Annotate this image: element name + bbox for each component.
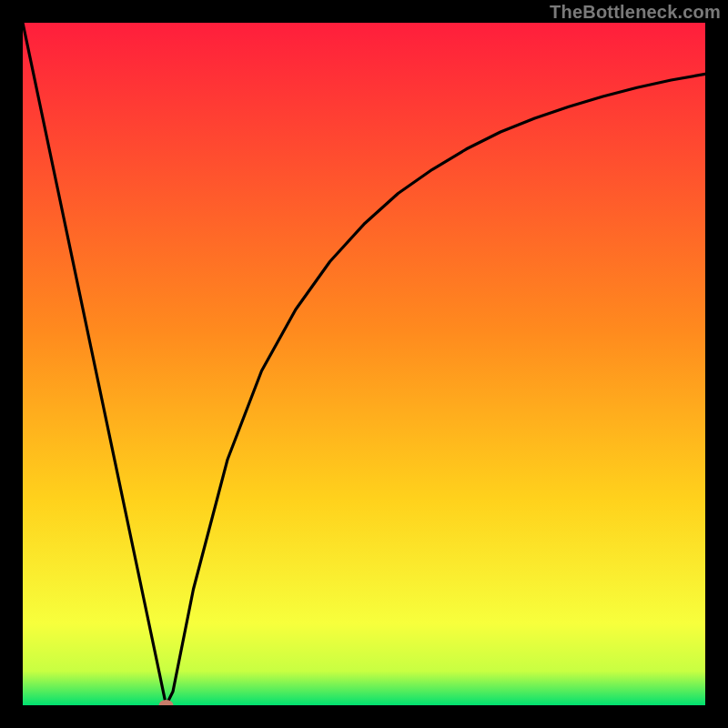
watermark-text: TheBottleneck.com: [550, 2, 721, 23]
gradient-background: [23, 23, 705, 705]
chart-frame: TheBottleneck.com: [0, 0, 728, 728]
bottleneck-curve-chart: [23, 23, 705, 705]
plot-area: [23, 23, 705, 705]
